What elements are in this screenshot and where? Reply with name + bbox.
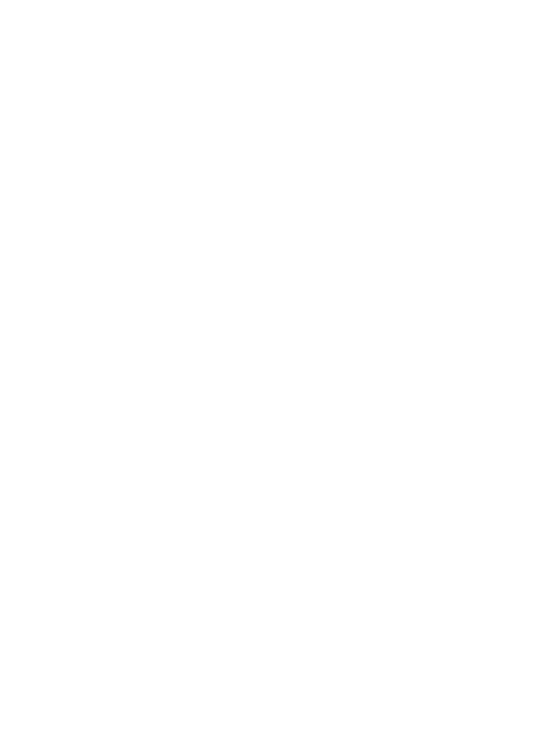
app [0, 0, 546, 20]
